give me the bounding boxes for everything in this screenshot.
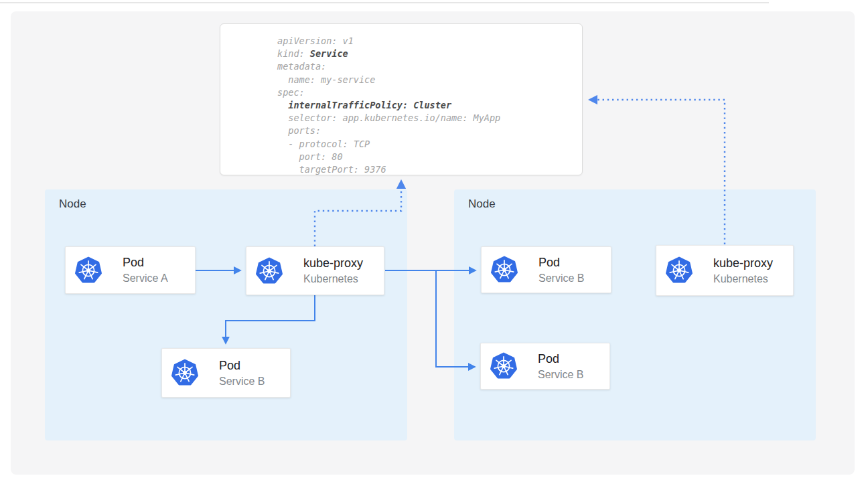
pod-title: Pod xyxy=(123,256,168,270)
pod-subtitle: Service B xyxy=(538,272,584,284)
pod-subtitle: Service A xyxy=(123,272,168,284)
yaml-line: metadata: xyxy=(277,60,577,73)
pod-title: Pod xyxy=(219,359,265,373)
arrow-kubeproxy-to-pod-b-left xyxy=(226,295,315,343)
dotted-arrow-kubeproxy-right-to-yaml xyxy=(589,100,725,244)
pod-service-b-bottom-right: Pod Service B xyxy=(480,343,610,390)
diagram-panel: apiVersion: v1kind: Servicemetadata: nam… xyxy=(11,11,855,475)
pod-service-b-left: Pod Service B xyxy=(161,348,291,398)
pod-subtitle: Service B xyxy=(538,368,583,381)
yaml-line: - protocol: TCP xyxy=(277,138,577,151)
yaml-line: name: my-service xyxy=(277,74,577,86)
kubernetes-icon xyxy=(74,256,102,285)
kube-proxy-title: kube-proxy xyxy=(713,256,773,270)
yaml-code: apiVersion: v1kind: Servicemetadata: nam… xyxy=(277,35,577,176)
kube-proxy-title: kube-proxy xyxy=(303,256,363,270)
kube-proxy-right: kube-proxy Kubernetes xyxy=(656,245,794,296)
kubernetes-icon xyxy=(490,255,518,284)
kubernetes-icon xyxy=(255,256,283,286)
pod-subtitle: Service B xyxy=(219,375,265,388)
yaml-line: spec: xyxy=(277,86,577,99)
kube-proxy-subtitle: Kubernetes xyxy=(713,272,773,285)
kubernetes-icon xyxy=(665,256,693,285)
arrow-kubeproxy-to-pod-bottom-right xyxy=(436,270,475,367)
yaml-line: ports: xyxy=(277,125,577,137)
pod-title: Pod xyxy=(538,256,584,270)
yaml-line: port: 80 xyxy=(277,151,577,163)
pod-title: Pod xyxy=(538,352,583,366)
kubernetes-icon xyxy=(490,351,518,381)
pod-service-b-top-right: Pod Service B xyxy=(481,246,611,293)
kube-proxy-left: kube-proxy Kubernetes xyxy=(246,246,384,295)
kube-proxy-subtitle: Kubernetes xyxy=(303,272,363,285)
yaml-line: selector: app.kubernetes.io/name: MyApp xyxy=(277,112,577,125)
pod-service-a: Pod Service A xyxy=(65,246,196,294)
yaml-line: kind: Service xyxy=(277,48,577,60)
yaml-line: internalTrafficPolicy: Cluster xyxy=(277,99,577,112)
top-divider xyxy=(0,2,769,3)
kubernetes-icon xyxy=(171,358,199,388)
service-yaml-manifest: apiVersion: v1kind: Servicemetadata: nam… xyxy=(220,23,583,175)
yaml-line: targetPort: 9376 xyxy=(277,163,577,176)
yaml-line: apiVersion: v1 xyxy=(277,35,577,48)
dotted-arrow-kubeproxy-left-to-yaml xyxy=(315,181,401,246)
